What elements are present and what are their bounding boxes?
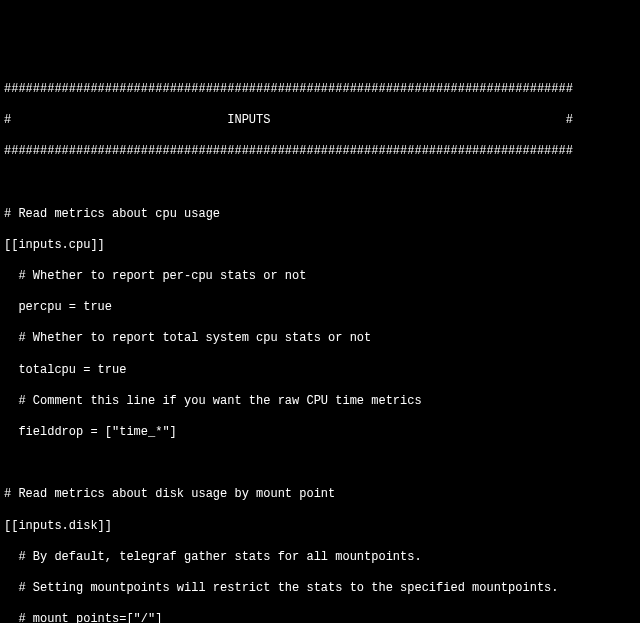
- header-title: # INPUTS #: [4, 113, 636, 129]
- disk-c1: # By default, telegraf gather stats for …: [4, 550, 636, 566]
- cpu-fielddrop: fielddrop = ["time_*"]: [4, 425, 636, 441]
- header-bar: ########################################…: [4, 144, 636, 160]
- cpu-c3: # Comment this line if you want the raw …: [4, 394, 636, 410]
- disk-comment: # Read metrics about disk usage by mount…: [4, 487, 636, 503]
- cpu-c1: # Whether to report per-cpu stats or not: [4, 269, 636, 285]
- terminal-output: ########################################…: [4, 66, 636, 623]
- cpu-section: [[inputs.cpu]]: [4, 238, 636, 254]
- disk-c2: # Setting mountpoints will restrict the …: [4, 581, 636, 597]
- disk-section: [[inputs.disk]]: [4, 519, 636, 535]
- header-bar: ########################################…: [4, 82, 636, 98]
- disk-c3: # mount_points=["/"]: [4, 612, 636, 623]
- cpu-c2: # Whether to report total system cpu sta…: [4, 331, 636, 347]
- cpu-totalcpu: totalcpu = true: [4, 363, 636, 379]
- cpu-comment: # Read metrics about cpu usage: [4, 207, 636, 223]
- cpu-percpu: percpu = true: [4, 300, 636, 316]
